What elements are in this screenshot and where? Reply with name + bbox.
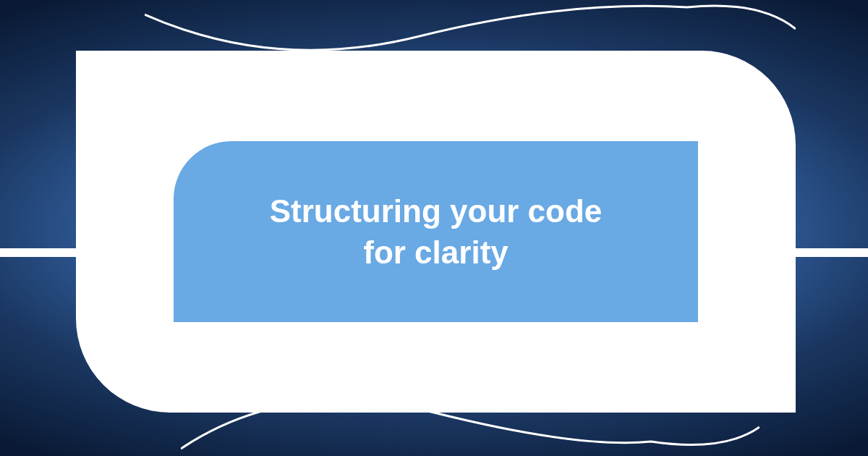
inner-content-panel: Structuring your codefor clarity (174, 141, 698, 322)
horizontal-accent-right (796, 248, 868, 257)
hero-title: Structuring your codefor clarity (241, 190, 631, 273)
horizontal-accent-left (0, 248, 76, 257)
